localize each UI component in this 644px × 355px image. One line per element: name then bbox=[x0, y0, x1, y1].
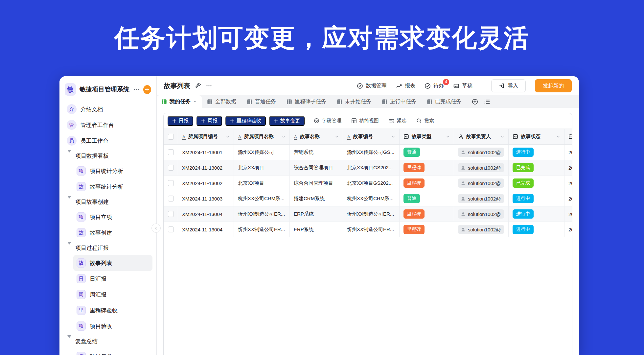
add-milestone-acceptance-button[interactable]: 里程碑验收 bbox=[225, 116, 266, 126]
column-menu-chevron-icon[interactable] bbox=[335, 135, 339, 139]
table-row[interactable]: XM2024-11-13001滁州XX传媒公司营销系统滁州XX传媒公司GS...… bbox=[164, 145, 572, 160]
sidebar-group-project-story-create[interactable]: 项目故事创建 bbox=[63, 195, 152, 209]
table-row[interactable]: XM2024-11-13004忻州XX制造公司ER...ERP系统忻州XX制造公… bbox=[164, 222, 572, 237]
sidebar-item-icon: 故 bbox=[77, 182, 86, 191]
table-row[interactable]: XM2024-11-13003杭州XX公司CRM系...搭建CRM系统杭州XX公… bbox=[164, 191, 572, 206]
column-label: 故事状态 bbox=[521, 133, 540, 140]
select-all-checkbox[interactable] bbox=[168, 134, 174, 140]
import-button[interactable]: 导入 bbox=[491, 79, 526, 92]
story-type-tag[interactable]: 里程碑 bbox=[403, 178, 425, 188]
status-tag[interactable]: 进行中 bbox=[513, 148, 534, 157]
story-type-tag[interactable]: 普通 bbox=[403, 148, 420, 157]
story-type-tag[interactable]: 普通 bbox=[403, 194, 420, 203]
column-menu-chevron-icon[interactable] bbox=[391, 135, 395, 139]
row-checkbox[interactable] bbox=[168, 196, 174, 201]
row-checkbox[interactable] bbox=[168, 149, 174, 155]
sidebar-item-project-review[interactable]: 项项目复盘 bbox=[73, 348, 152, 355]
tab-not-started-tasks[interactable]: 未开始任务 bbox=[332, 95, 377, 108]
add-daily-report-button[interactable]: 日报 bbox=[168, 116, 193, 126]
sidebar-item-project-acceptance[interactable]: 项项目验收 bbox=[73, 318, 152, 334]
search-button[interactable]: 搜索 bbox=[416, 118, 434, 124]
row-checkbox[interactable] bbox=[168, 180, 174, 186]
sidebar-more-icon[interactable] bbox=[133, 86, 140, 93]
create-new-button[interactable]: 发起新的 bbox=[535, 79, 572, 92]
sidebar-item-story-list[interactable]: 故故事列表 bbox=[73, 255, 152, 271]
cell-col-story-owner: solution1002@ bbox=[454, 191, 509, 206]
sidebar-item-project-initiation[interactable]: 项项目立项 bbox=[73, 209, 152, 225]
reports-label: 报表 bbox=[405, 83, 415, 89]
column-menu-chevron-icon[interactable] bbox=[226, 135, 230, 139]
sidebar-group-review-summary[interactable]: 复盘总结 bbox=[63, 334, 152, 348]
add-story-change-button[interactable]: 故事变更 bbox=[269, 116, 305, 126]
wrench-icon[interactable] bbox=[195, 83, 201, 89]
tab-my-tasks[interactable]: 我的任务 bbox=[157, 95, 202, 108]
sidebar-add-button[interactable] bbox=[143, 85, 151, 94]
data-management-action[interactable]: 数据管理 bbox=[357, 83, 387, 89]
owner-pill[interactable]: solution1002@ bbox=[458, 178, 504, 188]
sidebar-item-weekly-report[interactable]: 周周汇报 bbox=[73, 287, 152, 302]
compact-view-button[interactable]: 精简视图 bbox=[351, 118, 379, 124]
story-type-tag[interactable]: 里程碑 bbox=[403, 163, 425, 172]
tab-normal-tasks[interactable]: 普通任务 bbox=[242, 95, 281, 108]
column-menu-chevron-icon[interactable] bbox=[282, 135, 286, 139]
sidebar-item-manager-workbench[interactable]: 管管理者工作台 bbox=[63, 117, 152, 133]
sidebar-item-label: 故事统计分析 bbox=[90, 183, 123, 191]
tab-in-progress-tasks[interactable]: 进行中任务 bbox=[377, 95, 422, 108]
cell-col-project-no: XM2024-11-13002 bbox=[178, 160, 234, 175]
owner-pill[interactable]: solution1002@ bbox=[458, 225, 504, 234]
sidebar-item-story-stats[interactable]: 故故事统计分析 bbox=[73, 179, 152, 195]
column-menu-chevron-icon[interactable] bbox=[556, 135, 560, 139]
tab-completed-tasks[interactable]: 已完成任务 bbox=[422, 95, 467, 108]
sidebar-item-story-create[interactable]: 故故事创建 bbox=[73, 225, 152, 241]
status-tag[interactable]: 进行中 bbox=[513, 209, 534, 219]
plus-icon-white bbox=[172, 119, 176, 123]
tab-all-data[interactable]: 全部数据 bbox=[202, 95, 242, 108]
row-checkbox[interactable] bbox=[168, 165, 174, 171]
tab-milestone-subtasks[interactable]: 里程碑子任务 bbox=[281, 95, 332, 108]
cell-col-story-type: 里程碑 bbox=[400, 160, 454, 175]
sidebar-item-label: 故事列表 bbox=[90, 259, 112, 267]
sidebar-group-project-data-board[interactable]: 项目数据看板 bbox=[63, 149, 152, 163]
table-header-col-project-no: A所属项目编号 bbox=[178, 129, 234, 144]
status-tag[interactable]: 进行中 bbox=[513, 225, 534, 234]
sidebar-item-intro-doc[interactable]: 介介绍文档 bbox=[63, 101, 152, 117]
table-row[interactable]: XM2024-11-13002北京XX项目综合合同管理项目北京XX项目GS202… bbox=[164, 160, 572, 176]
owner-pill[interactable]: solution1002@ bbox=[458, 148, 504, 157]
sidebar-collapse-handle[interactable] bbox=[151, 224, 161, 233]
table-row[interactable]: XM2024-11-13002北京XX项目综合合同管理项目北京XX项目GS202… bbox=[164, 176, 572, 191]
column-menu-chevron-icon[interactable] bbox=[446, 135, 450, 139]
field-management-button[interactable]: 字段管理 bbox=[314, 118, 341, 124]
status-tag[interactable]: 已完成 bbox=[513, 163, 534, 172]
sidebar-item-daily-report[interactable]: 日日汇报 bbox=[73, 271, 152, 287]
add-view-button[interactable] bbox=[472, 99, 478, 105]
story-type-tag[interactable]: 里程碑 bbox=[403, 225, 425, 234]
cell-col-story-status: 进行中 bbox=[509, 145, 564, 160]
story-type-tag[interactable]: 里程碑 bbox=[403, 209, 425, 219]
cell-col-story-owner: solution1002@ bbox=[454, 176, 509, 191]
status-tag[interactable]: 已完成 bbox=[513, 178, 534, 188]
table-row[interactable]: XM2024-11-13004忻州XX制造公司ER...ERP系统忻州XX制造公… bbox=[164, 206, 572, 222]
owner-pill[interactable]: solution1002@ bbox=[458, 163, 504, 172]
status-tag[interactable]: 进行中 bbox=[513, 194, 534, 203]
row-checkbox[interactable] bbox=[168, 226, 174, 232]
cell-col-story-no: 忻州XX制造公司ER... bbox=[343, 206, 400, 222]
sidebar-item-employee-workbench[interactable]: 员员工工作台 bbox=[63, 133, 152, 149]
add-weekly-report-button[interactable]: 周报 bbox=[196, 116, 222, 126]
sidebar-item-milestone-acceptance[interactable]: 里里程碑验收 bbox=[73, 302, 152, 318]
owner-pill[interactable]: solution1002@ bbox=[458, 194, 504, 203]
reports-action[interactable]: 报表 bbox=[396, 83, 415, 89]
owner-pill[interactable]: solution1002@ bbox=[458, 209, 504, 219]
chevron-down-icon bbox=[193, 100, 197, 104]
sidebar-header: 敏 敏捷项目管理系统 bbox=[59, 80, 156, 99]
sidebar-item-project-stats[interactable]: 项项目统计分析 bbox=[73, 163, 152, 179]
todo-action[interactable]: 待办4 bbox=[425, 83, 444, 89]
person-icon bbox=[458, 134, 464, 139]
view-list-button[interactable] bbox=[484, 99, 490, 105]
row-checkbox[interactable] bbox=[168, 211, 174, 217]
sidebar-group-project-process-report[interactable]: 项目过程汇报 bbox=[63, 241, 152, 255]
cell-col-story-owner: solution1002@ bbox=[454, 145, 509, 160]
column-menu-chevron-icon[interactable] bbox=[500, 135, 504, 139]
drafts-action[interactable]: 草稿 bbox=[453, 83, 472, 89]
density-button[interactable]: 紧凑 bbox=[389, 118, 406, 124]
header-more-icon[interactable] bbox=[206, 83, 212, 89]
